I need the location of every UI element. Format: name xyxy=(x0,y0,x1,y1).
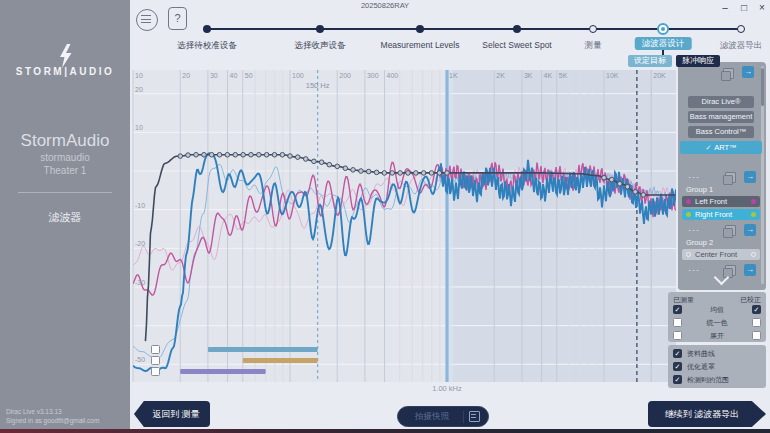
target-control-point[interactable] xyxy=(209,152,214,157)
target-control-point[interactable] xyxy=(343,166,348,171)
menu-button[interactable] xyxy=(136,9,158,31)
target-control-point[interactable] xyxy=(398,171,403,176)
duplicate-icon[interactable] xyxy=(725,225,736,236)
target-control-point[interactable] xyxy=(617,181,622,186)
target-control-point[interactable] xyxy=(429,171,434,176)
continue-to-export-button[interactable]: 继续到 滤波器导出 xyxy=(648,401,766,427)
close-button[interactable]: × xyxy=(755,2,769,13)
channel-row-right-front[interactable]: Right Front xyxy=(682,209,760,220)
measured-checkbox[interactable] xyxy=(673,331,682,340)
export-icon[interactable]: → xyxy=(744,264,756,276)
channel-row-left-front[interactable]: Left Front xyxy=(682,196,760,207)
step-label-3[interactable]: Measurement Levels xyxy=(381,40,460,50)
step-node-2[interactable] xyxy=(316,25,324,33)
group-more-button[interactable]: ··· xyxy=(688,174,700,180)
range-checkbox-2[interactable] xyxy=(151,356,160,365)
target-control-point[interactable] xyxy=(625,184,630,189)
target-control-point[interactable] xyxy=(421,171,426,176)
target-control-point[interactable] xyxy=(382,171,387,176)
range-checkbox-1[interactable] xyxy=(151,345,160,354)
target-control-point[interactable] xyxy=(194,152,199,157)
target-control-point[interactable] xyxy=(335,164,340,169)
corrected-checkbox[interactable]: ✓ xyxy=(752,305,761,314)
tab-filter-design[interactable]: 滤波器设计 xyxy=(635,37,692,50)
option-checkbox[interactable]: ✓ xyxy=(673,349,682,358)
target-control-point[interactable] xyxy=(414,171,419,176)
step-node-3[interactable] xyxy=(416,25,424,33)
target-control-point[interactable] xyxy=(257,152,262,157)
target-control-point[interactable] xyxy=(602,175,607,180)
target-control-point[interactable] xyxy=(312,159,317,164)
step-node-1[interactable] xyxy=(203,25,211,33)
target-control-point[interactable] xyxy=(351,168,356,173)
scrollbar-thumb[interactable] xyxy=(761,68,764,106)
snapshot-button[interactable]: 拍摄快照 xyxy=(397,406,489,427)
step-label-5[interactable]: 测量 xyxy=(585,40,602,52)
target-control-point[interactable] xyxy=(359,169,364,174)
minimize-button[interactable]: – xyxy=(718,2,732,13)
step-label-2[interactable]: 选择收声设备 xyxy=(295,40,346,52)
target-control-point[interactable] xyxy=(303,157,308,162)
target-control-point[interactable] xyxy=(217,152,222,157)
dirac-live-button[interactable]: Dirac Live® xyxy=(688,96,754,108)
corrected-checkbox[interactable] xyxy=(752,318,761,327)
step-node-5[interactable] xyxy=(589,25,597,33)
duplicate-icon[interactable] xyxy=(725,172,736,183)
target-control-point[interactable] xyxy=(327,162,332,167)
set-target-button[interactable]: 设定目标 xyxy=(628,55,672,67)
export-icon[interactable]: → xyxy=(744,171,756,183)
target-control-point[interactable] xyxy=(374,170,379,175)
range-bar-3[interactable] xyxy=(180,369,265,374)
target-control-point[interactable] xyxy=(249,152,254,157)
range-checkbox-3[interactable] xyxy=(151,367,160,376)
target-control-point[interactable] xyxy=(445,171,450,176)
target-control-point[interactable] xyxy=(366,169,371,174)
target-control-point[interactable] xyxy=(225,152,230,157)
step-node-4[interactable] xyxy=(513,25,521,33)
maximize-button[interactable]: □ xyxy=(737,2,751,13)
bass-control-button[interactable]: Bass Control™ xyxy=(688,126,754,138)
target-control-point[interactable] xyxy=(295,155,300,160)
target-control-point[interactable] xyxy=(633,189,638,194)
range-bar-2[interactable] xyxy=(243,358,318,363)
measured-checkbox[interactable]: ✓ xyxy=(673,305,682,314)
target-control-point[interactable] xyxy=(264,152,269,157)
export-icon[interactable]: → xyxy=(744,224,756,236)
panel-scrollbar[interactable] xyxy=(761,66,764,284)
corrected-checkbox[interactable] xyxy=(752,331,761,340)
target-control-point[interactable] xyxy=(390,171,395,176)
target-control-point[interactable] xyxy=(241,152,246,157)
target-control-point[interactable] xyxy=(178,154,183,159)
group-more-button[interactable]: ··· xyxy=(688,227,700,233)
option-checkbox[interactable]: ✓ xyxy=(673,362,682,371)
duplicate-icon[interactable] xyxy=(723,68,734,79)
step-label-7[interactable]: 滤波器导出 xyxy=(720,40,763,52)
bass-management-button[interactable]: Bass management xyxy=(688,111,754,123)
channel-row-center-front[interactable]: Center Front xyxy=(682,249,760,260)
art-button[interactable]: ✓ART™ xyxy=(680,141,762,154)
target-control-point[interactable] xyxy=(319,160,324,165)
target-control-point[interactable] xyxy=(280,152,285,157)
help-button[interactable]: ? xyxy=(168,7,187,30)
export-icon[interactable]: → xyxy=(742,66,754,78)
back-to-measure-button[interactable]: 返回到 测量 xyxy=(134,401,210,427)
group-more-button[interactable]: ··· xyxy=(688,267,700,273)
target-control-point[interactable] xyxy=(272,152,277,157)
target-control-point[interactable] xyxy=(288,154,293,159)
sidebar-section-filters[interactable]: 滤波器 xyxy=(0,210,130,225)
target-control-point[interactable] xyxy=(406,171,411,176)
step-label-4[interactable]: Select Sweet Spot xyxy=(482,40,551,50)
target-control-point[interactable] xyxy=(233,152,238,157)
target-control-point[interactable] xyxy=(186,153,191,158)
impulse-response-button[interactable]: 脉冲响应 xyxy=(676,55,720,67)
target-control-point[interactable] xyxy=(609,177,614,182)
step-node-7[interactable] xyxy=(737,25,745,33)
range-bar-1[interactable] xyxy=(208,347,318,352)
measured-checkbox[interactable] xyxy=(673,318,682,327)
step-node-6[interactable] xyxy=(657,23,669,35)
target-control-point[interactable] xyxy=(641,193,646,198)
option-checkbox[interactable]: ✓ xyxy=(673,375,682,384)
step-label-1[interactable]: 选择待校准设备 xyxy=(177,40,237,52)
target-control-point[interactable] xyxy=(437,171,442,176)
target-control-point[interactable] xyxy=(202,152,207,157)
